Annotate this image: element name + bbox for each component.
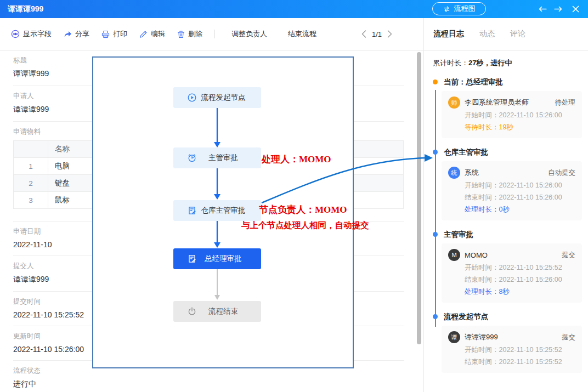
section-title: 当前：总经理审批	[444, 77, 503, 87]
edit-icon	[139, 30, 148, 38]
log-card: M MOMO 提交 开始时间：2022-11-10 15:25:52 结束时间：…	[442, 243, 582, 303]
timeline: 当前：总经理审批 师 李四系统管理员老师 待处理 开始时间：2022-11-10…	[433, 77, 588, 373]
flowchart-button-icon	[443, 5, 451, 13]
workflow-detail-window: 谭谭谭999 流程图	[0, 0, 588, 392]
back-icon[interactable]	[538, 4, 547, 14]
row-index: 3	[14, 192, 48, 209]
log-entry-header: 统 系统 自动提交	[448, 166, 575, 179]
delete-icon	[177, 30, 185, 38]
flow-node-gm[interactable]: 总经理审批	[173, 248, 261, 269]
delete-label: 删除	[188, 29, 202, 39]
flow-node-start[interactable]: 流程发起节点	[173, 87, 261, 108]
node-clock-icon	[188, 154, 196, 162]
timeline-section-header: 仓库主管审批	[433, 147, 588, 157]
display-fields-label: 显示字段	[23, 29, 52, 39]
log-entry-header: 谭 谭谭谭999 提交	[448, 331, 575, 344]
entry-end-time: 结束时间：2022-11-10 15:26:00	[448, 191, 575, 203]
log-card: 统 系统 自动提交 开始时间：2022-11-10 15:26:00 结束时间：…	[442, 161, 582, 220]
row-index: 1	[14, 158, 48, 175]
entry-name: 系统	[465, 168, 544, 178]
flowchart-button[interactable]: 流程图	[432, 2, 486, 15]
toolbar-divider	[214, 30, 215, 38]
section-dot	[433, 150, 438, 155]
page-indicator: 1/1	[372, 30, 382, 38]
log-entry-header: 师 李四系统管理员老师 待处理	[448, 96, 575, 109]
section-title: 主管审批	[444, 230, 473, 240]
entry-wait-duration: 等待时长：19秒	[448, 121, 575, 133]
entry-status: 提交	[562, 251, 575, 260]
nav-arrows	[538, 0, 563, 18]
end-process-button[interactable]: 结束流程	[288, 29, 316, 39]
pagination: 1/1	[361, 30, 392, 38]
entry-name: 李四系统管理员老师	[465, 98, 551, 107]
avatar: 师	[448, 96, 460, 109]
flow-node-supervisor[interactable]: 主管审批	[173, 147, 261, 168]
process-log-panel: 累计时长：27秒，进行中 当前：总经理审批 师 李四系统管理员老师 待处理 开始…	[424, 50, 588, 392]
entry-duration: 处理时长：8秒	[448, 286, 575, 298]
entry-status: 自动提交	[548, 168, 575, 178]
total-duration-value: 27秒	[468, 59, 483, 67]
next-page-icon[interactable]	[387, 30, 392, 38]
node-label: 仓库主管审批	[189, 206, 246, 215]
timeline-section-header: 主管审批	[433, 229, 588, 240]
tab-comments[interactable]: 评论	[510, 29, 525, 39]
flowchart-button-label: 流程图	[454, 4, 476, 14]
flow-node-end[interactable]: 流程结束	[173, 301, 261, 322]
log-card: 师 李四系统管理员老师 待处理 开始时间：2022-11-10 15:26:00…	[442, 91, 582, 138]
entry-start-time: 开始时间：2022-11-10 15:26:00	[448, 109, 575, 121]
timeline-line	[435, 90, 436, 327]
timeline-section-header: 当前：总经理审批	[433, 77, 588, 87]
tab-process-log[interactable]: 流程日志	[433, 29, 464, 39]
node-label: 流程发起节点	[189, 93, 246, 103]
edit-button[interactable]: 编辑	[139, 29, 165, 39]
node-start-icon	[188, 93, 196, 102]
timeline-section-header: 流程发起节点	[433, 311, 588, 322]
entry-start-time: 开始时间：2022-11-10 15:25:52	[448, 344, 575, 356]
current-dot	[433, 79, 438, 84]
log-tabs: 流程日志 动态 评论	[433, 18, 525, 50]
node-label: 总经理审批	[193, 254, 242, 264]
section-title: 流程发起节点	[444, 312, 488, 322]
print-button[interactable]: 打印	[101, 29, 127, 39]
delete-button[interactable]: 删除	[177, 29, 202, 39]
flow-node-warehouse[interactable]: 仓库主管审批	[173, 200, 261, 221]
section-title: 仓库主管审批	[444, 147, 488, 157]
entry-start-time: 开始时间：2022-11-10 15:25:52	[448, 262, 575, 274]
total-duration-label: 累计时长：	[433, 59, 468, 67]
section-dot	[433, 314, 438, 319]
forward-icon[interactable]	[553, 4, 563, 14]
entry-duration: 处理时长：0秒	[448, 203, 575, 215]
avatar: M	[448, 249, 460, 261]
display-fields-icon	[11, 30, 20, 38]
print-icon	[101, 30, 110, 38]
process-status-inline: ，进行中	[483, 59, 512, 67]
print-label: 打印	[113, 29, 127, 39]
node-end-icon	[188, 307, 196, 316]
log-entry-header: M MOMO 提交	[448, 248, 575, 262]
share-label: 分享	[75, 29, 89, 39]
display-fields-button[interactable]: 显示字段	[11, 29, 52, 39]
flowchart-overlay: 流程发起节点 主管审批 仓库主管审批 总经理审批 流程结束	[92, 56, 354, 368]
entry-status: 待处理	[555, 98, 576, 107]
row-index: 2	[14, 175, 48, 192]
avatar: 统	[448, 167, 460, 179]
entry-name: MOMO	[465, 251, 557, 259]
edit-label: 编辑	[151, 29, 165, 39]
adjust-owner-button[interactable]: 调整负责人	[231, 29, 267, 39]
share-button[interactable]: 分享	[64, 29, 89, 39]
node-approve-icon	[188, 206, 196, 215]
index-header-cell	[14, 141, 48, 158]
avatar: 谭	[448, 331, 460, 343]
log-card: 谭 谭谭谭999 提交 开始时间：2022-11-10 15:25:52 结束时…	[442, 326, 582, 373]
node-approve-icon	[188, 254, 196, 263]
close-icon[interactable]	[568, 0, 583, 18]
prev-page-icon[interactable]	[361, 30, 366, 38]
main-scrollbar[interactable]	[417, 52, 421, 344]
entry-start-time: 开始时间：2022-11-10 15:26:00	[448, 179, 575, 191]
total-duration: 累计时长：27秒，进行中	[433, 58, 588, 68]
node-label: 主管审批	[196, 153, 238, 163]
field-value: 进行中	[13, 379, 404, 389]
tab-activity[interactable]: 动态	[479, 29, 495, 39]
toolbar: 显示字段 分享 打印 编辑	[0, 18, 588, 50]
adjust-owner-label: 调整负责人	[231, 29, 267, 39]
